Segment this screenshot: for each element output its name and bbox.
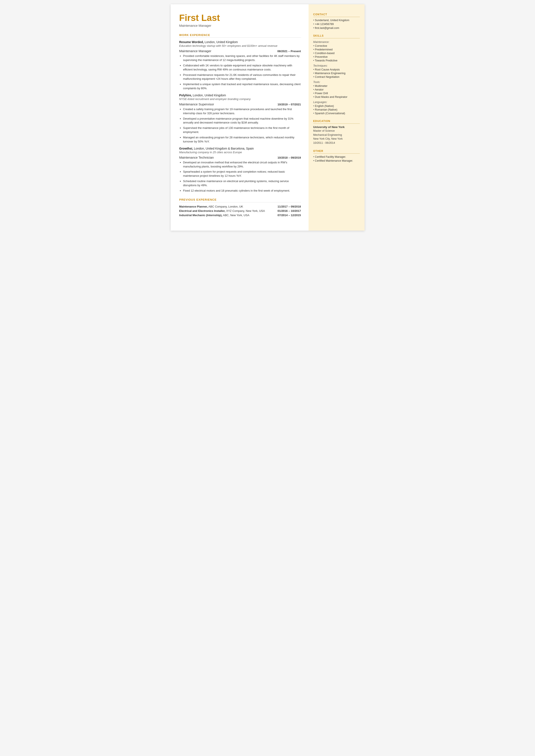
skill-dust-masks: Dust Masks and Respirator xyxy=(313,96,360,98)
bullet: Spearheaded a system for project request… xyxy=(183,170,301,178)
employer-3-bold: Growthsi, xyxy=(179,147,193,150)
job-1-title: Maintenance Manager xyxy=(179,49,211,53)
skills-title: SKILLS xyxy=(313,34,360,38)
job-1: Resume Worded, London, United Kingdom Ed… xyxy=(179,40,301,91)
other-item-2: Certified Maintenance Manager. xyxy=(313,159,360,162)
other-section: OTHER Certified Facility Manager. Certif… xyxy=(313,150,360,162)
employer-1-desc: Education technology startup with 50+ em… xyxy=(179,44,301,47)
skill-category-languages: Languages: xyxy=(313,101,360,104)
prev-job-3-text: Industrial Mechanic (Internship), ABC, N… xyxy=(179,213,249,217)
employer-3-rest: London, United Kingdom & Barcelona, Spai… xyxy=(193,147,254,150)
other-title: OTHER xyxy=(313,150,360,154)
bullet: Managed an onboarding program for 28 mai… xyxy=(183,136,301,144)
prev-job-3-dates: 07/2014 – 12/2015 xyxy=(277,213,301,217)
skill-aerator: Aerator xyxy=(313,88,360,91)
employer-1-bold: Resume Worded, xyxy=(179,40,204,44)
contact-title: CONTACT xyxy=(313,13,360,17)
prev-job-2: Electrical and Electronics Installer, XY… xyxy=(179,209,301,212)
job-2-title: Maintenance Supervisor xyxy=(179,102,214,106)
previous-experience-title: PREVIOUS EXPERIENCE xyxy=(179,198,301,202)
skill-contract-negotiation: Contract Negotiation xyxy=(313,75,360,78)
job-1-dates: 08/2021 – Present xyxy=(277,49,301,53)
prev-job-2-rest: XYZ Company, New York, USA xyxy=(225,209,265,212)
bullet: Scheduled routine maintenance on electri… xyxy=(183,179,301,187)
candidate-name: First Last xyxy=(179,13,301,23)
bullet: Supervised the maintenance jobs of 130 m… xyxy=(183,126,301,134)
right-column: CONTACT Sunderland, United Kingdom +44 1… xyxy=(309,4,365,231)
job-3-bullets: Developed an innovative method that enha… xyxy=(183,160,301,193)
job-1-bullets: Provided comfortable residences, learnin… xyxy=(183,54,301,91)
contact-email: first.last@gmail.com xyxy=(313,26,360,30)
prev-job-1-dates: 11/2017 – 09/2018 xyxy=(277,205,301,208)
skill-predetermined: Predetermined xyxy=(313,48,360,51)
education-section: EDUCATION University of New York Master … xyxy=(313,120,360,145)
work-experience-section: WORK EXPERIENCE Resume Worded, London, U… xyxy=(179,33,301,193)
bullet: Developed an innovative method that enha… xyxy=(183,160,301,169)
employer-2-desc: NYSE-listed recruitment and employer bra… xyxy=(179,98,301,101)
bullet: Developed a preventative maintenance pro… xyxy=(183,117,301,125)
bullet: Processed maintenance requests for 21.6K… xyxy=(183,73,301,81)
resume-container: First Last Maintenance Manager WORK EXPE… xyxy=(171,4,365,231)
edu-degree: Master of Science xyxy=(313,129,360,133)
job-3: Growthsi, London, United Kingdom & Barce… xyxy=(179,147,301,193)
skill-power-drill: Power Drill xyxy=(313,92,360,95)
job-2-dates: 10/2019 – 07/2021 xyxy=(277,103,301,106)
employer-2-bold: Polyhire, xyxy=(179,94,192,97)
work-experience-title: WORK EXPERIENCE xyxy=(179,33,301,38)
skill-category-maintenance: Maintenance: xyxy=(313,41,360,43)
edu-dates: 10/2011 - 06/2014 xyxy=(313,141,360,145)
bullet: Provided comfortable residences, learnin… xyxy=(183,54,301,62)
employer-3: Growthsi, London, United Kingdom & Barce… xyxy=(179,147,301,150)
prev-job-2-label: Electrical and Electronics Installer, xyxy=(179,209,226,212)
skill-spanish: Spanish (Conversational) xyxy=(313,112,360,115)
previous-experience-section: PREVIOUS EXPERIENCE Maintenance Planner,… xyxy=(179,198,301,217)
prev-job-1-text: Maintenance Planner, ABC Company, London… xyxy=(179,205,243,208)
prev-job-1: Maintenance Planner, ABC Company, London… xyxy=(179,205,301,208)
skill-romanian: Romanian (Native) xyxy=(313,108,360,111)
skill-corrective: Corrective xyxy=(313,44,360,47)
job-2-bullets: Created a safety training program for 19… xyxy=(183,107,301,144)
job-1-header: Maintenance Manager 08/2021 – Present xyxy=(179,49,301,53)
skill-english: English (Native) xyxy=(313,104,360,107)
employer-3-desc: Manufacturing company in 25 cities acros… xyxy=(179,151,301,154)
bullet: Created a safety training program for 19… xyxy=(183,107,301,116)
skill-towards-predictive: Towards Predictive xyxy=(313,59,360,62)
prev-job-3-label: Industrial Mechanic (Internship), xyxy=(179,213,222,217)
edu-location: New York City, New York xyxy=(313,137,360,141)
prev-job-1-rest: ABC Company, London, UK xyxy=(208,205,243,208)
bullet: Collaborated with 1K vendors to update e… xyxy=(183,64,301,72)
job-3-title: Maintenance Technician xyxy=(179,155,214,159)
contact-phone: +44 123456789 xyxy=(313,23,360,26)
job-3-dates: 10/2018 – 09/2019 xyxy=(277,156,301,159)
edu-field: Mechanical Engineering xyxy=(313,133,360,137)
candidate-title: Maintenance Manager xyxy=(179,24,301,27)
employer-2: Polyhire, London, United Kingdom xyxy=(179,94,301,97)
prev-job-3: Industrial Mechanic (Internship), ABC, N… xyxy=(179,213,301,217)
employer-2-rest: London, United Kingdom xyxy=(192,94,226,97)
skill-condition-based: Condition-based xyxy=(313,52,360,55)
contact-section: CONTACT Sunderland, United Kingdom +44 1… xyxy=(313,13,360,30)
bullet: Implemented a unique system that tracked… xyxy=(183,82,301,91)
prev-job-1-label: Maintenance Planner, xyxy=(179,205,208,208)
edu-school: University of New York xyxy=(313,126,360,129)
employer-1-rest: London, United Kingdom xyxy=(204,40,238,44)
job-3-header: Maintenance Technician 10/2018 – 09/2019 xyxy=(179,155,301,159)
skill-category-tools: Tools: xyxy=(313,81,360,84)
prev-job-2-text: Electrical and Electronics Installer, XY… xyxy=(179,209,265,212)
prev-job-2-dates: 01/2016 – 10/2017 xyxy=(277,209,301,212)
skill-root-cause: Root Cause Analysis xyxy=(313,68,360,71)
skill-category-techniques: Techniques: xyxy=(313,64,360,67)
skill-multimeter: Multimeter xyxy=(313,84,360,88)
left-column: First Last Maintenance Manager WORK EXPE… xyxy=(171,4,309,231)
employer-1: Resume Worded, London, United Kingdom xyxy=(179,40,301,44)
skills-section: SKILLS Maintenance: Corrective Predeterm… xyxy=(313,34,360,115)
contact-address: Sunderland, United Kingdom xyxy=(313,19,360,22)
education-title: EDUCATION xyxy=(313,120,360,124)
job-2-header: Maintenance Supervisor 10/2019 – 07/2021 xyxy=(179,102,301,106)
bullet: Fixed 12 electrical motors and 18 pneuma… xyxy=(183,189,301,193)
other-item-1: Certified Facility Manager. xyxy=(313,155,360,158)
skill-preventive: Preventive xyxy=(313,55,360,58)
prev-job-3-rest: ABC, New York, USA xyxy=(222,213,249,217)
job-2: Polyhire, London, United Kingdom NYSE-li… xyxy=(179,94,301,144)
skill-maintenance-engineering: Maintenance Engineering xyxy=(313,72,360,75)
